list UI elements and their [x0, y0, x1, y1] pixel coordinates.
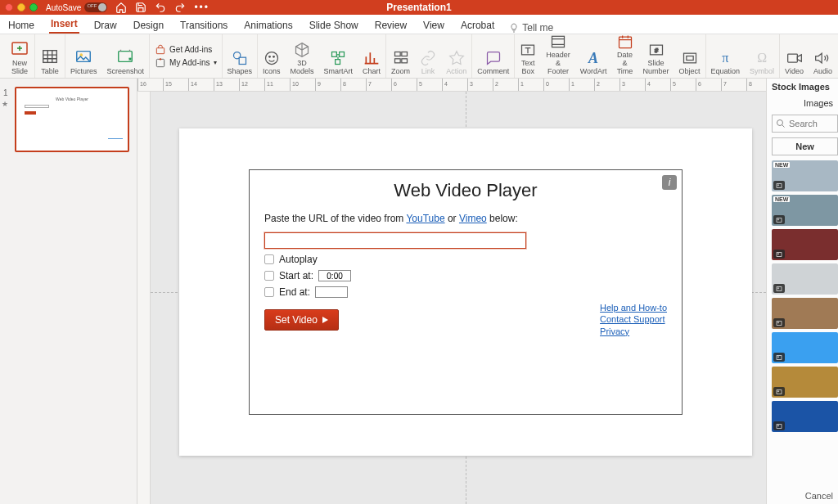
- stock-pane-subtitle[interactable]: Images: [767, 95, 838, 111]
- link-icon: [420, 50, 436, 66]
- get-addins-button[interactable]: Get Add-ins: [155, 44, 216, 56]
- object-button[interactable]: Object: [674, 34, 706, 78]
- header-footer-button[interactable]: Header & Footer: [541, 34, 575, 78]
- end-at-input[interactable]: [315, 286, 348, 298]
- vimeo-link[interactable]: Vimeo: [459, 213, 487, 224]
- canvas-background[interactable]: i Web Video Player Paste the URL of the …: [151, 92, 766, 504]
- svg-rect-37: [777, 321, 782, 325]
- home-icon[interactable]: [115, 2, 127, 13]
- chart-button[interactable]: Chart: [358, 34, 386, 78]
- autoplay-label: Autoplay: [279, 254, 318, 265]
- contact-support-link[interactable]: Contact Support: [600, 313, 667, 325]
- audio-button[interactable]: Audio: [809, 34, 837, 78]
- svg-rect-18: [394, 59, 400, 63]
- tell-me-label: Tell me: [522, 22, 553, 34]
- minimize-window-button[interactable]: [17, 3, 25, 11]
- stock-image-thumb[interactable]: [772, 298, 838, 329]
- icons-button[interactable]: Icons: [258, 34, 286, 78]
- pictures-button[interactable]: Pictures: [65, 34, 102, 78]
- video-url-input[interactable]: [264, 232, 526, 249]
- autoplay-checkbox[interactable]: [264, 254, 274, 264]
- thumb-title: Web Video Player: [21, 97, 123, 101]
- start-at-input[interactable]: [318, 270, 351, 281]
- maximize-window-button[interactable]: [29, 3, 38, 11]
- end-at-checkbox[interactable]: [264, 287, 274, 297]
- svg-point-42: [777, 390, 778, 391]
- stock-images-pane: Stock Images Images Search New NEWNEW Ca…: [766, 79, 838, 504]
- stock-cancel-button[interactable]: Cancel: [767, 488, 838, 504]
- comment-button[interactable]: Comment: [472, 34, 515, 78]
- more-icon[interactable]: •••: [194, 2, 210, 13]
- datetime-button[interactable]: Date & Time: [612, 34, 638, 78]
- redo-icon[interactable]: [174, 2, 186, 13]
- stock-image-thumb[interactable]: [772, 229, 838, 260]
- my-addins-button[interactable]: My Add-ins ▾: [155, 57, 216, 69]
- undo-icon[interactable]: [155, 2, 166, 13]
- slidenumber-button[interactable]: #Slide Number: [638, 34, 674, 78]
- stock-search-placeholder: Search: [789, 119, 818, 128]
- web-video-player-addin: i Web Video Player Paste the URL of the …: [249, 169, 683, 415]
- image-type-icon: [773, 181, 785, 190]
- tell-me-search[interactable]: Tell me: [509, 22, 553, 34]
- ruler-horizontal: 1615141312111098765432101234567891011121…: [137, 79, 766, 92]
- tab-slideshow[interactable]: Slide Show: [308, 17, 360, 34]
- close-window-button[interactable]: [5, 3, 13, 11]
- svg-point-32: [777, 218, 778, 219]
- tab-draw[interactable]: Draw: [92, 17, 119, 34]
- help-howto-link[interactable]: Help and How-to: [600, 302, 667, 313]
- ribbon: New Slide Table Pictures Screenshot Get …: [0, 34, 838, 79]
- tab-acrobat[interactable]: Acrobat: [459, 17, 496, 34]
- svg-rect-26: [686, 56, 692, 61]
- shapes-button[interactable]: Shapes: [223, 34, 259, 78]
- svg-point-30: [777, 184, 778, 185]
- stock-image-thumb[interactable]: [772, 332, 838, 363]
- youtube-link[interactable]: YouTube: [406, 213, 444, 224]
- svg-rect-15: [336, 60, 340, 65]
- svg-rect-29: [777, 183, 782, 187]
- stock-image-thumb[interactable]: [772, 263, 838, 295]
- new-slide-icon: [10, 38, 29, 58]
- svg-point-12: [273, 56, 274, 58]
- equation-button[interactable]: πEquation: [706, 34, 746, 78]
- smartart-button[interactable]: SmartArt: [319, 34, 358, 78]
- stock-image-thumb[interactable]: NEW: [772, 195, 838, 226]
- screenshot-button[interactable]: Screenshot: [102, 34, 151, 78]
- stock-search-input[interactable]: Search: [772, 115, 838, 133]
- wordart-button[interactable]: AWordArt: [575, 34, 612, 78]
- svg-rect-16: [394, 52, 400, 56]
- tab-home[interactable]: Home: [7, 17, 36, 34]
- privacy-link[interactable]: Privacy: [600, 326, 667, 337]
- set-video-label: Set Video: [275, 314, 318, 326]
- stock-image-thumb[interactable]: [772, 401, 838, 432]
- set-video-button[interactable]: Set Video: [264, 309, 339, 331]
- autosave-toggle[interactable]: AutoSave OFF: [46, 2, 107, 12]
- table-button[interactable]: Table: [35, 34, 65, 78]
- info-button[interactable]: i: [662, 175, 677, 190]
- symbol-icon: Ω: [757, 51, 767, 65]
- tab-view[interactable]: View: [421, 17, 446, 34]
- header-footer-icon: [550, 34, 566, 50]
- chart-icon: [363, 50, 380, 66]
- help-links: Help and How-to Contact Support Privacy: [600, 302, 667, 337]
- tab-design[interactable]: Design: [132, 17, 165, 34]
- stock-image-thumb[interactable]: [772, 367, 838, 398]
- tab-insert[interactable]: Insert: [49, 16, 79, 34]
- 3d-models-button[interactable]: 3D Models: [286, 34, 319, 78]
- tab-animations[interactable]: Animations: [242, 17, 294, 34]
- zoom-button[interactable]: Zoom: [386, 34, 415, 78]
- stock-image-thumb[interactable]: NEW: [772, 160, 838, 191]
- stock-new-button[interactable]: New: [772, 137, 838, 155]
- store-icon: [155, 44, 166, 56]
- start-at-checkbox[interactable]: [264, 271, 274, 281]
- video-button[interactable]: Video: [780, 34, 809, 78]
- svg-point-34: [777, 253, 778, 254]
- save-icon[interactable]: [135, 2, 146, 13]
- new-slide-button[interactable]: New Slide: [5, 34, 35, 78]
- slide[interactable]: i Web Video Player Paste the URL of the …: [179, 128, 752, 456]
- slide-thumbnail-1[interactable]: 1 ★ Web Video Player: [8, 87, 128, 152]
- equation-icon: π: [722, 51, 728, 65]
- tab-review[interactable]: Review: [373, 17, 408, 34]
- textbox-icon: [520, 42, 536, 58]
- tab-transitions[interactable]: Transitions: [178, 17, 229, 34]
- textbox-button[interactable]: Text Box: [515, 34, 541, 78]
